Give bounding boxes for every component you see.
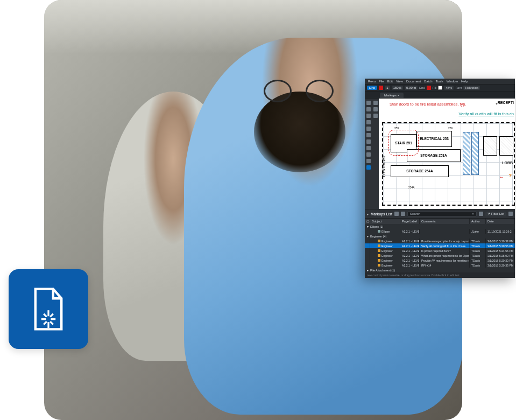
svg-line-4 [44, 314, 47, 317]
rail-bookmarks-icon[interactable] [366, 107, 371, 111]
app-window: Revu File Edit View Document Batch Tools… [365, 79, 515, 278]
file-spark-icon [31, 288, 66, 331]
menu-revu[interactable]: Revu [368, 80, 376, 83]
engineer-icon [378, 264, 380, 267]
markups-search[interactable]: Search × [407, 211, 477, 216]
rail2-b-icon[interactable] [373, 107, 378, 111]
table-row[interactable]: EngineerA2.2.1 - LEVE…Is power required … [365, 248, 515, 253]
tab-close-icon[interactable]: × [398, 94, 400, 97]
rail-properties-icon[interactable] [366, 133, 371, 137]
rail-measure-icon[interactable] [366, 127, 371, 131]
rail-toolchest-icon[interactable] [366, 139, 371, 144]
duct-chase-2 [471, 132, 479, 175]
rail-studio-icon[interactable] [366, 152, 371, 157]
menu-edit[interactable]: Edit [387, 80, 393, 83]
svg-line-5 [50, 321, 53, 325]
caret-icon: ▾ [367, 234, 369, 238]
menu-tools[interactable]: Tools [436, 80, 443, 83]
font-label: Font [455, 86, 462, 89]
annotation-verify-ducting[interactable]: Verify all ductin will fit in this ch [458, 111, 514, 116]
opacity-value[interactable]: 0.00 ct [405, 86, 418, 90]
panel-hint-text: new control points to resize, or drag te… [365, 272, 515, 278]
menu-view[interactable]: View [396, 80, 403, 83]
table-row[interactable]: EngineerA2.2.1 - LEVE…Verify all ducting… [365, 243, 515, 248]
rail-markups-icon[interactable] [366, 165, 371, 170]
document-tabs: Markups × [365, 92, 515, 99]
table-row[interactable]: EngineerA2.2.1 - LEVE…Provide AV require… [365, 258, 515, 263]
menu-batch[interactable]: Batch [424, 80, 432, 83]
annotation-stair-doors[interactable]: Stair doors to be fire rated assemblies,… [390, 102, 466, 107]
filter-list-button[interactable]: ⧩ Filter List [485, 212, 506, 216]
caret-icon: ▾ [367, 225, 369, 228]
font-select[interactable]: Helvetica [463, 86, 480, 90]
line-width[interactable]: 1 [385, 86, 390, 90]
panel-attach-icon[interactable] [394, 212, 399, 216]
menu-document[interactable]: Document [406, 80, 421, 83]
dim-255: 255 [394, 127, 399, 130]
rail-links-icon[interactable] [366, 146, 371, 150]
font-size[interactable]: 48% [444, 86, 454, 90]
engineer-icon [378, 259, 380, 262]
table-row[interactable]: EngineerA2.2.1 - LEVE…What are power req… [365, 253, 515, 258]
tool-dropdown[interactable]: Line [367, 86, 377, 90]
fill-label: Fill [433, 86, 437, 89]
table-row[interactable]: Ellipse A2.2.1 - LEVE… JLake 11/19/2021 … [365, 229, 515, 234]
revision-cloud-stair[interactable] [388, 130, 419, 156]
ellipse-icon [378, 230, 380, 233]
zoom-level[interactable]: 150% [392, 86, 403, 90]
rail2-a-icon[interactable] [373, 101, 378, 105]
rail-search-icon[interactable] [366, 120, 371, 124]
menu-window[interactable]: Window [447, 80, 458, 83]
room-electrical-253: ELECTRICAL 253 [416, 131, 452, 147]
engineer-icon [378, 249, 380, 252]
markups-panel-header: ▾ Markups List Search × ⧩ Filter List [365, 209, 515, 219]
filter-icon: ⧩ [487, 212, 490, 216]
room-storage-254a: STORAGE 254A [391, 165, 449, 177]
clear-search-icon[interactable]: × [472, 212, 474, 215]
equipment-box-2 [499, 136, 513, 156]
properties-toolbar: Line 1 150% 0.00 ct End Fill 48% Font He… [365, 85, 515, 92]
group-engineer[interactable]: ▾ Engineer (4) [365, 234, 515, 239]
dim-256: 256 [448, 127, 453, 130]
rail-layers-icon[interactable] [366, 114, 371, 118]
workspace: Stair doors to be fire rated assemblies,… [365, 99, 515, 209]
equipment-box-1 [483, 136, 497, 156]
engineer-icon [378, 244, 380, 247]
leader-arrow-icon: ← [499, 174, 504, 180]
menu-bar: Revu File Edit View Document Batch Tools… [365, 79, 515, 85]
table-row[interactable]: EngineerA2.2.1 - LEVE…Provide enlarged p… [365, 239, 515, 243]
rail2-c-icon[interactable] [373, 114, 378, 118]
color-swatch-red[interactable] [379, 86, 383, 90]
col-subject[interactable]: Subject [370, 219, 400, 224]
panel-hide-icon[interactable] [479, 212, 483, 216]
markups-panel-title: Markups List [371, 212, 392, 216]
rail-signatures-icon[interactable] [366, 159, 371, 163]
col-author[interactable]: Author [470, 219, 486, 224]
col-date[interactable]: Date [486, 219, 515, 224]
end-label: End [419, 86, 425, 89]
left-rail-secondary [372, 99, 379, 209]
annotation-question[interactable]: ? [509, 173, 512, 178]
panel-export-icon[interactable] [508, 212, 513, 216]
room-label-reception: „RECEPTI [496, 101, 514, 104]
engineer-icon [378, 240, 380, 242]
caret-down-icon[interactable]: ▾ [367, 212, 369, 216]
svg-line-6 [50, 314, 53, 317]
menu-file[interactable]: File [379, 80, 384, 83]
panel-columns-icon[interactable] [401, 212, 405, 216]
col-select[interactable]: ▢ [365, 219, 370, 224]
tab-markups[interactable]: Markups × [380, 93, 404, 98]
svg-line-7 [44, 321, 47, 325]
col-comments[interactable]: Comments [420, 219, 470, 224]
drawing-canvas[interactable]: Stair doors to be fire rated assemblies,… [379, 99, 515, 209]
room-label-lobby: LOBB [502, 161, 513, 165]
col-page[interactable]: Page Label [400, 219, 420, 224]
group-file-attachment[interactable]: ▸ File Attachment (1) [365, 268, 515, 272]
duct-chase [463, 132, 470, 175]
group-ellipse[interactable]: ▾ Ellipse (1) [365, 224, 515, 229]
menu-help[interactable]: Help [461, 80, 468, 83]
rail-thumbnails-icon[interactable] [366, 101, 371, 105]
table-row[interactable]: EngineerA2.2.1 - LEVE…RFI #14TDavis3/1/2… [365, 263, 515, 268]
end-color[interactable] [427, 86, 431, 90]
fill-color[interactable] [438, 86, 442, 90]
